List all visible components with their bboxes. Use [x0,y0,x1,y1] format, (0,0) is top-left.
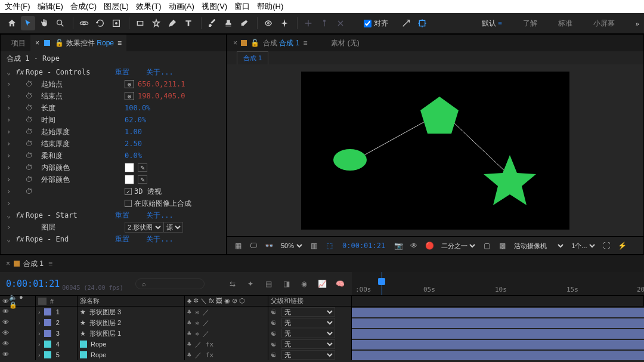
twirl-icon[interactable]: › [38,319,41,326]
workspace-learn[interactable]: 了解 [523,18,537,29]
twirl-icon[interactable]: › [7,175,15,184]
puppet-tool-icon[interactable] [277,16,292,30]
menu-help[interactable]: 帮助(H) [257,1,283,12]
draft3d-icon[interactable]: ✦ [244,278,256,290]
stopwatch-icon[interactable]: ⏱ [26,151,33,160]
visibility-icon[interactable]: 👁 [2,318,11,327]
camera-select[interactable]: 活动摄像机 [512,242,565,250]
views-select[interactable]: 1个... [569,242,597,250]
align-checkbox[interactable]: 对齐 [361,18,388,29]
snapshot-icon[interactable]: 📷 [392,240,404,252]
time-ruler[interactable]: :00s 05s 10s 15s 20s [352,272,644,295]
rectangle-tool-icon[interactable] [133,16,147,30]
visibility-icon[interactable]: 👁 [2,351,11,359]
effect-title[interactable]: Rope - Start [26,211,115,219]
fast-preview-icon[interactable]: ⚡ [616,240,628,252]
eraser-tool-icon[interactable] [237,16,252,30]
parent-select[interactable]: 无 [281,329,335,338]
effect-title[interactable]: Rope - Controls [26,68,115,76]
visibility-icon[interactable]: 👁 [2,340,11,348]
axis-icon[interactable] [301,16,315,30]
layer-switches[interactable]: ♣ ✲ ／ [185,328,268,339]
current-time-indicator[interactable] [382,272,382,295]
stamp-tool-icon[interactable] [221,16,236,30]
twirl-icon[interactable]: › [38,351,41,358]
grid-icon[interactable]: ▥ [308,240,320,252]
star-tool-icon[interactable] [149,16,163,30]
twirl-icon[interactable]: › [7,92,15,100]
stopwatch-icon[interactable]: ⏱ [26,116,33,124]
hand-tool-icon[interactable] [37,16,51,30]
fx-badge-icon[interactable]: fx [15,235,26,243]
twirl-icon[interactable]: ⌄ [7,68,15,76]
color-swatch[interactable] [125,163,134,172]
pickwhip-icon[interactable]: ☯ [271,319,277,327]
twirl-icon[interactable]: › [7,187,15,196]
timeline-comp-name[interactable]: 合成 1 [23,259,44,269]
layer-switches[interactable]: ♣ ✲ ／ [185,307,268,317]
layer-switches[interactable]: ♣ ／ fx [185,339,268,349]
param-value[interactable]: 1.00 [125,128,142,136]
reset-link[interactable]: 重置 [115,67,129,78]
color-swatch[interactable] [125,175,134,184]
panel-menu-icon[interactable]: ≡ [303,39,307,47]
snap2-icon[interactable] [415,16,429,30]
viewport[interactable] [227,64,643,236]
layer-bar[interactable] [352,307,644,317]
axis3-icon[interactable] [333,16,348,30]
parent-select[interactable]: 无 [281,339,335,349]
reset-link[interactable]: 重置 [115,211,129,221]
workspace-standard[interactable]: 标准 [558,18,572,29]
timeline-timecode[interactable]: 0:00:01:21 [6,279,60,289]
pixel-aspect-icon[interactable]: ⛶ [600,240,612,252]
source-tab-label[interactable]: 素材 [331,39,345,47]
source-select[interactable]: 源 [163,222,183,233]
zoom-tool-icon[interactable] [53,16,67,30]
param-value[interactable]: 656.0,211.1 [138,80,185,88]
lock-icon[interactable]: 🔓 [250,39,259,47]
show-snapshot-icon[interactable]: 👁 [408,240,420,252]
snap-icon[interactable] [399,16,413,30]
viewer-timecode[interactable]: 0:00:01:21 [339,242,389,250]
pickwhip-icon[interactable]: ☯ [271,330,277,338]
menu-anim[interactable]: 动画(A) [169,1,194,12]
zoom-select[interactable]: 50% [278,242,304,250]
twirl-icon[interactable]: › [7,104,15,112]
menu-file[interactable]: 文件(F) [5,1,30,12]
crosshair-icon[interactable]: ⊕ [125,80,134,88]
menu-effect[interactable]: 效果(T) [136,1,162,12]
workspace-small[interactable]: 小屏幕 [593,18,615,29]
orbit-tool-icon[interactable] [77,16,91,30]
eyedropper-icon[interactable]: ✎ [138,163,147,172]
twirl-icon[interactable]: ⌄ [7,235,15,243]
home-icon[interactable] [5,16,19,30]
tab-close-icon[interactable]: × [233,39,237,47]
lock-icon[interactable]: 🔓 [55,39,64,47]
layer-color-icon[interactable] [44,351,51,358]
pickwhip-icon[interactable]: ☯ [271,308,277,316]
layer-switches[interactable]: ♣ ／ fx [185,349,268,360]
timeline-layer[interactable]: 👁 ›4 Rope ♣ ／ fx ☯无 [0,339,644,349]
stopwatch-icon[interactable]: ⏱ [26,175,33,184]
twirl-icon[interactable]: › [7,199,15,208]
about-link[interactable]: 关于... [146,67,174,78]
rotate-tool-icon[interactable] [93,16,107,30]
menu-view[interactable]: 视图(V) [202,1,227,12]
motion-blur-icon[interactable]: ◉ [298,278,310,290]
magnify-icon[interactable]: ▦ [232,240,244,252]
mask-icon[interactable]: ⬚ [323,240,335,252]
composition-canvas[interactable] [301,72,569,230]
transparency-icon[interactable]: ▩ [496,240,508,252]
fx-badge-icon[interactable]: fx [15,68,26,76]
stopwatch-icon[interactable]: ⏱ [26,92,33,100]
twirl-icon[interactable]: › [38,341,41,348]
layer-switches[interactable]: ♣ ✲ ／ [185,317,268,328]
panel-menu-icon[interactable]: ≡ [48,259,52,268]
layer-bar[interactable] [352,339,644,349]
eyedropper-icon[interactable]: ✎ [138,175,147,184]
channel-icon[interactable]: 🔴 [423,240,435,252]
resolution-select[interactable]: 二分之一 [439,242,477,250]
layer-name[interactable]: 形状图层 3 [89,308,121,317]
stopwatch-icon[interactable]: ⏱ [26,128,33,136]
twirl-icon[interactable]: › [38,308,41,315]
